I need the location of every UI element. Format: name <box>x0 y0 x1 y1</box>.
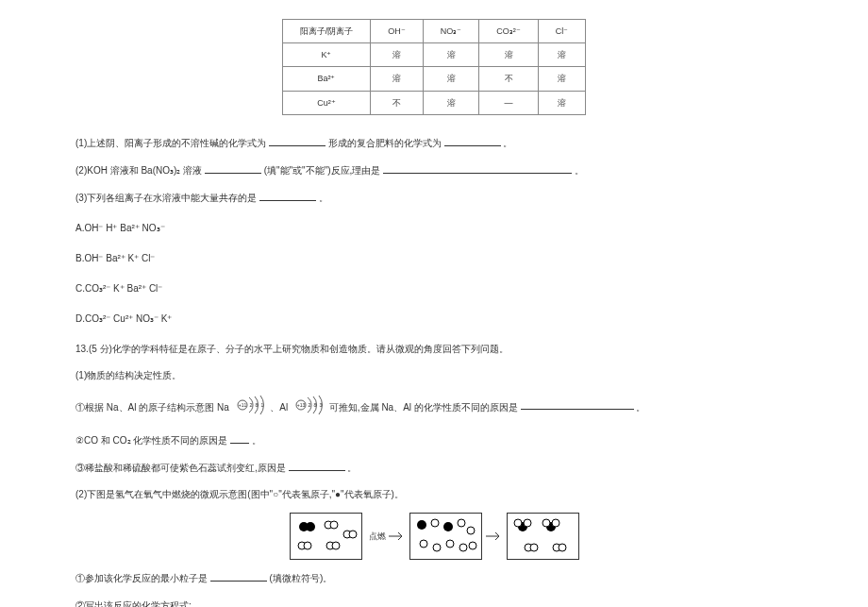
cell: 溶 <box>538 91 586 114</box>
table-row: Cu²⁺ 不 溶 — 溶 <box>282 91 586 114</box>
blank <box>259 189 316 201</box>
cell: 溶 <box>423 91 479 114</box>
svg-text:+13: +13 <box>297 402 306 408</box>
svg-point-30 <box>469 542 476 549</box>
svg-point-36 <box>542 519 550 527</box>
arrow-icon <box>486 531 503 541</box>
cell: K⁺ <box>282 43 371 67</box>
svg-point-26 <box>420 540 427 548</box>
cell: 溶 <box>423 43 479 67</box>
svg-text:2: 2 <box>249 402 252 408</box>
svg-text:8: 8 <box>314 402 317 408</box>
blank <box>269 134 326 146</box>
table-header-row: 阳离子/阴离子 OH⁻ NO₃⁻ CO₃²⁻ Cl⁻ <box>282 20 586 43</box>
period: 。 <box>319 193 328 203</box>
svg-point-27 <box>433 544 441 551</box>
svg-point-29 <box>459 544 467 551</box>
arrow-icon <box>389 531 406 541</box>
cell: 溶 <box>538 67 586 91</box>
svg-point-37 <box>552 519 559 527</box>
cell: — <box>479 91 539 114</box>
option-b: B.OH⁻ Ba²⁺ K⁺ Cl⁻ <box>75 250 793 267</box>
question-3: (3)下列各组离子在水溶液中能大量共存的是 。 <box>75 189 793 207</box>
svg-point-13 <box>304 542 311 549</box>
cell: 不 <box>479 67 539 91</box>
period: 。 <box>215 600 225 607</box>
cell: Ba²⁺ <box>282 67 371 91</box>
text: ①根据 Na、Al 的原子结构示意图 Na <box>75 401 229 412</box>
svg-text:8: 8 <box>255 402 258 408</box>
q1b-text: 形成的复合肥料的化学式为 <box>328 138 442 148</box>
th-co3: CO₃²⁻ <box>479 20 539 43</box>
svg-point-23 <box>443 522 453 531</box>
cell: Cu²⁺ <box>282 91 371 114</box>
period: 。 <box>503 138 512 148</box>
cell: 溶 <box>371 43 424 67</box>
q2b-text: (填"能"或"不能")反应,理由是 <box>264 165 381 176</box>
svg-point-17 <box>332 542 340 549</box>
text: ③稀盐酸和稀硫酸都可使紫色石蕊试剂变红,原因是 <box>75 463 286 473</box>
th-no3: NO₃⁻ <box>423 20 479 43</box>
svg-point-24 <box>458 519 465 527</box>
question-13: 13.(5 分)化学的学科特征是在原子、分子的水平上研究物质和创造物质。请从微观… <box>75 341 793 358</box>
q2a-text: (2)KOH 溶液和 Ba(NO₃)₂ 溶液 <box>75 165 202 176</box>
svg-point-39 <box>530 544 538 551</box>
option-a: A.OH⁻ H⁺ Ba²⁺ NO₃⁻ <box>75 220 793 237</box>
text: ②CO 和 CO₂ 化学性质不同的原因是 <box>75 435 227 446</box>
reactants-box <box>290 513 362 560</box>
cell: 溶 <box>479 43 539 67</box>
period: 。 <box>636 401 645 412</box>
combustion-diagram: 点燃 <box>75 513 793 560</box>
period: 。 <box>347 463 357 473</box>
solubility-table: 阳离子/阴离子 OH⁻ NO₃⁻ CO₃²⁻ Cl⁻ K⁺ 溶 溶 溶 溶 Ba… <box>282 19 587 115</box>
blank <box>521 397 634 410</box>
table-row: Ba²⁺ 溶 溶 不 溶 <box>282 67 586 91</box>
cell: 不 <box>371 91 424 114</box>
svg-text:3: 3 <box>320 402 323 408</box>
blank <box>205 161 261 174</box>
na-atom-diagram: +11 2 8 1 <box>234 394 266 422</box>
option-d: D.CO₃²⁻ Cu²⁺ NO₃⁻ K⁺ <box>75 311 793 328</box>
text: ②写出该反应的化学方程式: <box>75 600 192 607</box>
q3-text: (3)下列各组离子在水溶液中能大量共存的是 <box>75 193 257 203</box>
question-13-1-1: ①根据 Na、Al 的原子结构示意图 Na +11 2 8 1 、Al +13 … <box>75 394 793 422</box>
svg-text:1: 1 <box>260 402 263 408</box>
th-oh: OH⁻ <box>371 20 424 43</box>
svg-point-34 <box>524 519 531 527</box>
products-box <box>507 513 579 560</box>
al-atom-diagram: +13 2 8 3 <box>292 394 325 422</box>
blank <box>230 431 249 444</box>
q1-text: (1)上述阴、阳离子形成的不溶性碱的化学式为 <box>75 138 266 148</box>
cell: 溶 <box>423 67 479 91</box>
table-row: K⁺ 溶 溶 溶 溶 <box>282 43 586 67</box>
question-2: (2)KOH 溶液和 Ba(NO₃)₂ 溶液 (填"能"或"不能")反应,理由是… <box>75 161 793 179</box>
svg-point-19 <box>349 531 357 538</box>
intermediate-box <box>409 513 482 560</box>
cell: 溶 <box>538 43 586 67</box>
text: ①参加该化学反应的最小粒子是 <box>75 573 208 583</box>
svg-point-28 <box>446 540 454 548</box>
svg-point-33 <box>514 519 522 527</box>
text: (填微粒符号)。 <box>270 573 333 583</box>
svg-text:+11: +11 <box>238 402 246 408</box>
text: 、Al <box>270 401 288 412</box>
svg-point-21 <box>417 520 426 530</box>
question-13-1-2: ②CO 和 CO₂ 化学性质不同的原因是 。 <box>75 431 793 449</box>
svg-point-25 <box>467 527 475 534</box>
question-13-2: (2)下图是氢气在氧气中燃烧的微观示意图(图中"○"代表氢原子,"●"代表氧原子… <box>75 486 793 503</box>
blank <box>383 161 572 174</box>
question-13-2-2: ②写出该反应的化学方程式: 。 <box>75 597 793 607</box>
question-1: (1)上述阴、阳离子形成的不溶性碱的化学式为 形成的复合肥料的化学式为 。 <box>75 134 793 152</box>
blank <box>289 459 345 471</box>
question-13-1-3: ③稀盐酸和稀硫酸都可使紫色石蕊试剂变红,原因是 。 <box>75 459 793 477</box>
svg-point-15 <box>330 521 338 529</box>
cell: 溶 <box>371 67 424 91</box>
svg-point-11 <box>306 522 315 531</box>
th-corner: 阳离子/阴离子 <box>282 20 371 43</box>
period: 。 <box>252 435 261 446</box>
question-13-2-1: ①参加该化学反应的最小粒子是 (填微粒符号)。 <box>75 569 793 587</box>
svg-point-41 <box>559 544 566 551</box>
question-13-1: (1)物质的结构决定性质。 <box>75 367 793 384</box>
blank <box>444 134 501 146</box>
th-cl: Cl⁻ <box>538 20 586 43</box>
